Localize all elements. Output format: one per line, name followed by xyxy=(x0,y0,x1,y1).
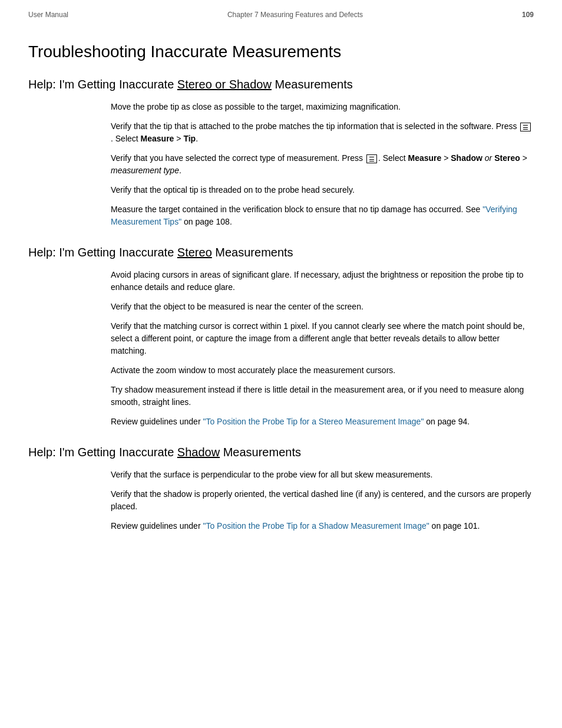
para-s5: Try shadow measurement instead if there … xyxy=(111,384,534,409)
italic-or: or xyxy=(485,153,492,163)
menu-icon-1: ☰ xyxy=(520,123,531,131)
section-heading-stereo-shadow: Help: I'm Getting Inaccurate Stereo or S… xyxy=(28,78,534,91)
para-s4: Activate the zoom window to most accurat… xyxy=(111,364,534,377)
para-sh1: Verify that the surface is perpendicular… xyxy=(111,469,534,481)
bold-measure-1: Measure xyxy=(141,134,174,143)
heading-prefix: Help: I'm Getting Inaccurate xyxy=(28,78,177,91)
heading-stereo-prefix: Help: I'm Getting Inaccurate xyxy=(28,246,177,259)
para-sh2: Verify that the shadow is properly orien… xyxy=(111,488,534,513)
heading-shadow-prefix: Help: I'm Getting Inaccurate xyxy=(28,446,177,459)
section-stereo: Help: I'm Getting Inaccurate Stereo Meas… xyxy=(28,246,534,428)
bold-tip: Tip xyxy=(183,134,196,143)
section-stereo-content: Avoid placing cursors in areas of signif… xyxy=(111,269,534,428)
heading-suffix: Measurements xyxy=(272,78,353,91)
para-3: Verify that you have selected the correc… xyxy=(111,152,534,177)
bold-shadow: Shadow xyxy=(451,153,482,163)
header-right: 109 xyxy=(522,11,534,19)
bold-measure-2: Measure xyxy=(408,153,441,163)
heading-underline-stereo: Stereo xyxy=(177,246,212,259)
para-2: Verify that the tip that is attached to … xyxy=(111,120,534,145)
section-shadow-content: Verify that the surface is perpendicular… xyxy=(111,469,534,532)
section-heading-stereo: Help: I'm Getting Inaccurate Stereo Meas… xyxy=(28,246,534,259)
link-shadow-position[interactable]: "To Position the Probe Tip for a Shadow … xyxy=(203,521,429,531)
italic-measurement-type: measurement type xyxy=(111,166,179,175)
page: User Manual Chapter 7 Measuring Features… xyxy=(0,0,562,728)
main-content: Troubleshooting Inaccurate Measurements … xyxy=(0,25,562,574)
heading-underline-stereo-shadow: Stereo or Shadow xyxy=(177,78,272,91)
menu-icon-2: ☰ xyxy=(366,154,377,163)
page-header: User Manual Chapter 7 Measuring Features… xyxy=(0,0,562,25)
para-s1: Avoid placing cursors in areas of signif… xyxy=(111,269,534,294)
section-stereo-shadow: Help: I'm Getting Inaccurate Stereo or S… xyxy=(28,78,534,228)
para-sh3: Review guidelines under "To Position the… xyxy=(111,520,534,532)
section-shadow: Help: I'm Getting Inaccurate Shadow Meas… xyxy=(28,446,534,532)
page-title: Troubleshooting Inaccurate Measurements xyxy=(28,42,534,61)
para-s2: Verify that the object to be measured is… xyxy=(111,301,534,313)
para-s3: Verify that the matching cursor is corre… xyxy=(111,320,534,357)
heading-underline-shadow: Shadow xyxy=(177,446,220,459)
bold-stereo: Stereo xyxy=(494,153,520,163)
para-1: Move the probe tip as close as possible … xyxy=(111,101,534,113)
para-5: Measure the target contained in the veri… xyxy=(111,203,534,228)
heading-shadow-suffix: Measurements xyxy=(220,446,301,459)
para-s6: Review guidelines under "To Position the… xyxy=(111,416,534,428)
section-heading-shadow: Help: I'm Getting Inaccurate Shadow Meas… xyxy=(28,446,534,459)
header-center: Chapter 7 Measuring Features and Defects xyxy=(227,11,363,19)
heading-stereo-suffix: Measurements xyxy=(212,246,293,259)
header-left: User Manual xyxy=(28,11,68,19)
section-stereo-shadow-content: Move the probe tip as close as possible … xyxy=(111,101,534,228)
link-verifying-tips[interactable]: "Verifying Measurement Tips" xyxy=(111,205,517,226)
para-4: Verify that the optical tip is threaded … xyxy=(111,184,534,196)
link-stereo-position[interactable]: "To Position the Probe Tip for a Stereo … xyxy=(203,417,424,426)
